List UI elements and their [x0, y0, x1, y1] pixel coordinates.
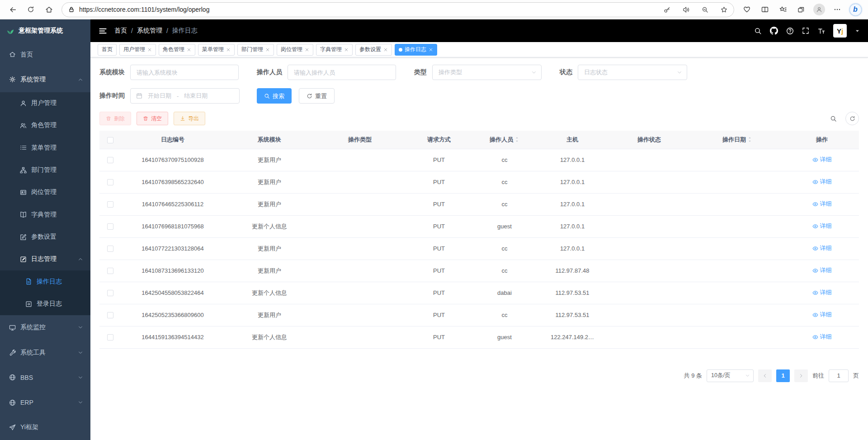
page-number-button[interactable]: 1 — [776, 369, 790, 382]
sidebar-item-system-mgmt[interactable]: 系统管理 — [0, 67, 90, 92]
tab-dept-mgmt[interactable]: 部门管理 — [237, 44, 274, 56]
detail-link[interactable]: 详细 — [812, 200, 832, 208]
row-checkbox[interactable] — [107, 334, 113, 341]
type-select[interactable]: 操作类型 — [432, 65, 542, 80]
favorites-bar-button[interactable] — [775, 2, 791, 17]
read-aloud-button[interactable] — [679, 3, 693, 16]
font-size-button[interactable] — [817, 27, 825, 35]
browser-back-button[interactable] — [5, 2, 21, 17]
row-checkbox[interactable] — [107, 201, 113, 208]
breadcrumb-home[interactable]: 首页 — [114, 27, 127, 35]
collections-button[interactable] — [793, 2, 809, 17]
sidebar-item-login-log[interactable]: 登录日志 — [0, 293, 90, 315]
sidebar-item-home[interactable]: 首页 — [0, 42, 90, 67]
address-bar[interactable]: https://ccnetcore.com:1101/system/log/op… — [61, 2, 734, 17]
browser-home-button[interactable] — [41, 2, 57, 17]
help-button[interactable] — [786, 27, 794, 35]
delete-button[interactable]: 删除 — [99, 112, 131, 125]
sort-caret-icon[interactable] — [514, 137, 519, 142]
status-select[interactable]: 日志状态 — [578, 65, 687, 80]
bing-chat-button[interactable]: b — [847, 2, 863, 17]
next-page-button[interactable] — [794, 369, 808, 382]
close-icon[interactable] — [429, 47, 433, 52]
detail-link[interactable]: 详细 — [812, 244, 832, 252]
row-checkbox[interactable] — [107, 290, 113, 296]
select-all-checkbox[interactable] — [107, 137, 113, 143]
row-checkbox[interactable] — [107, 268, 113, 274]
close-icon[interactable] — [305, 47, 309, 52]
col-date[interactable]: 操作日期 — [690, 131, 785, 149]
close-icon[interactable] — [383, 47, 388, 52]
detail-link[interactable]: 详细 — [812, 289, 832, 297]
browser-settings-button[interactable] — [829, 2, 845, 17]
browser-profile-button[interactable] — [811, 2, 827, 17]
browser-essentials-button[interactable] — [739, 2, 755, 17]
table-refresh-button[interactable] — [845, 112, 859, 125]
reset-button[interactable]: 重置 — [299, 88, 335, 104]
clear-button[interactable]: 清空 — [137, 112, 168, 125]
sidebar-item-dept-mgmt[interactable]: 部门管理 — [0, 159, 90, 181]
tab-param-settings[interactable]: 参数设置 — [355, 44, 392, 56]
row-checkbox[interactable] — [107, 312, 113, 318]
tab-menu-mgmt[interactable]: 菜单管理 — [198, 44, 235, 56]
sidebar-item-role-mgmt[interactable]: 角色管理 — [0, 114, 90, 137]
close-icon[interactable] — [344, 47, 349, 52]
close-icon[interactable] — [265, 47, 270, 52]
fullscreen-button[interactable] — [802, 27, 809, 34]
close-icon[interactable] — [147, 47, 152, 52]
sidebar-item-log-mgmt[interactable]: 日志管理 — [0, 248, 90, 270]
prev-page-button[interactable] — [758, 369, 772, 382]
page-size-select[interactable]: 10条/页 — [707, 369, 754, 382]
sidebar-item-erp[interactable]: ERP — [0, 390, 90, 415]
operator-filter-input[interactable] — [288, 65, 396, 80]
detail-link[interactable]: 详细 — [812, 333, 832, 341]
sidebar-item-bbs[interactable]: BBS — [0, 365, 90, 390]
breadcrumb-system-mgmt[interactable]: 系统管理 — [137, 27, 162, 35]
goto-page-input[interactable] — [829, 369, 849, 382]
password-key-button[interactable] — [660, 3, 674, 16]
module-filter-input[interactable] — [130, 65, 239, 80]
browser-refresh-button[interactable] — [23, 2, 39, 17]
search-button[interactable]: 搜索 — [257, 88, 292, 104]
table-search-toggle-button[interactable] — [826, 112, 840, 125]
row-checkbox[interactable] — [107, 246, 113, 252]
sidebar-item-yi-framework[interactable]: Yi框架 — [0, 415, 90, 440]
export-button[interactable]: 导出 — [174, 112, 205, 125]
tab-oper-log[interactable]: 操作日志 — [395, 44, 437, 56]
row-checkbox[interactable] — [107, 179, 113, 185]
tab-role-mgmt[interactable]: 角色管理 — [159, 44, 195, 56]
user-menu-caret-icon[interactable] — [855, 28, 860, 33]
sidebar-item-dict-mgmt[interactable]: 字典管理 — [0, 203, 90, 226]
zoom-button[interactable] — [698, 3, 712, 16]
sidebar-item-system-tools[interactable]: 系统工具 — [0, 340, 90, 365]
sidebar-item-menu-mgmt[interactable]: 菜单管理 — [0, 137, 90, 159]
tab-home[interactable]: 首页 — [98, 44, 117, 56]
detail-link[interactable]: 详细 — [812, 311, 832, 319]
split-screen-button[interactable] — [757, 2, 773, 17]
close-icon[interactable] — [187, 47, 191, 52]
header-search-button[interactable] — [754, 27, 762, 35]
tab-post-mgmt[interactable]: 岗位管理 — [277, 44, 313, 56]
sidebar-item-oper-log[interactable]: 操作日志 — [0, 270, 90, 293]
user-avatar-button[interactable]: Yj — [833, 24, 847, 38]
sidebar-item-user-mgmt[interactable]: 用户管理 — [0, 92, 90, 114]
row-checkbox[interactable] — [107, 157, 113, 163]
close-icon[interactable] — [226, 47, 231, 52]
sidebar-item-system-monitor[interactable]: 系统监控 — [0, 315, 90, 340]
detail-link[interactable]: 详细 — [812, 178, 832, 186]
detail-link[interactable]: 详细 — [812, 266, 832, 274]
tab-dict-mgmt[interactable]: 字典管理 — [316, 44, 353, 56]
sidebar-item-post-mgmt[interactable]: 岗位管理 — [0, 181, 90, 203]
col-operator[interactable]: 操作人员 — [473, 131, 536, 149]
detail-link[interactable]: 详细 — [812, 222, 832, 230]
row-checkbox[interactable] — [107, 223, 113, 230]
sidebar-toggle-button[interactable] — [99, 27, 107, 35]
sidebar-item-param-settings[interactable]: 参数设置 — [0, 226, 90, 248]
github-link-button[interactable] — [770, 27, 778, 35]
add-favorite-button[interactable] — [717, 3, 731, 16]
sort-caret-icon[interactable] — [747, 137, 752, 142]
tab-user-mgmt[interactable]: 用户管理 — [119, 44, 156, 56]
document-icon — [25, 278, 32, 285]
detail-link[interactable]: 详细 — [812, 156, 832, 164]
date-range-picker[interactable]: 开始日期 - 结束日期 — [130, 88, 240, 104]
